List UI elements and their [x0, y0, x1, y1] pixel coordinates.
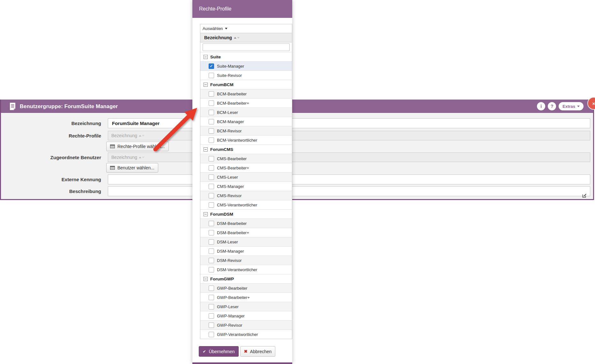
profile-label: GWP-Leser — [217, 304, 239, 309]
profile-checkbox[interactable] — [209, 137, 214, 143]
profile-row[interactable]: GWP-Verantwortlicher — [200, 330, 292, 339]
zugeordnete-benutzer-label: Zugeordnete Benutzer — [1, 152, 101, 162]
benutzer-waehlen-button[interactable]: Benutzer wählen... — [106, 163, 158, 173]
profile-group-row[interactable]: ForumCMS — [200, 145, 292, 154]
group-label: ForumCMS — [210, 147, 233, 152]
profile-checkbox[interactable] — [209, 175, 214, 180]
profile-label: CMS-Revisor — [217, 193, 242, 198]
help-button[interactable]: ? — [548, 102, 556, 110]
collapse-minus-icon[interactable] — [204, 55, 208, 59]
profile-label: BCM-Bearbeiter+ — [217, 101, 249, 106]
profile-row[interactable]: CMS-Leser — [200, 172, 292, 182]
profile-row[interactable]: GWP-Bearbeiter+ — [200, 293, 292, 302]
dialog-bottom-border — [192, 362, 292, 364]
profile-row[interactable]: Suite-Revisor — [200, 71, 292, 80]
profile-checkbox[interactable] — [209, 193, 214, 198]
beschreibung-input[interactable] — [108, 186, 590, 196]
profile-checkbox[interactable] — [209, 258, 214, 263]
profile-row[interactable]: BCM-Verantwortlicher — [200, 135, 292, 145]
profile-checkbox[interactable] — [209, 165, 214, 171]
profile-row[interactable]: CMS-Verantwortlicher — [200, 200, 292, 209]
profile-checkbox[interactable] — [209, 156, 214, 161]
profile-row[interactable]: DSM-Leser — [200, 237, 292, 246]
profile-row[interactable]: DSM-Bearbeiter+ — [200, 228, 292, 237]
rechte-profile-waehlen-button[interactable]: Rechte-Profile wählen... — [106, 142, 169, 151]
profile-checkbox[interactable] — [209, 221, 214, 226]
profile-checkbox[interactable] — [209, 91, 214, 97]
profile-checkbox[interactable] — [209, 295, 214, 300]
profile-label: DSM-Leser — [217, 240, 238, 244]
profile-group-row[interactable]: ForumGWP — [200, 274, 292, 283]
profile-group-row[interactable]: ForumDSM — [200, 209, 292, 219]
profile-row[interactable]: GWP-Revisor — [200, 320, 292, 330]
filter-input[interactable] — [203, 43, 290, 51]
usergroup-document-icon — [10, 102, 16, 110]
collapse-minus-icon[interactable] — [204, 147, 208, 152]
profile-row[interactable]: BCM-Bearbeiter — [200, 89, 292, 98]
profile-label: CMS-Leser — [217, 175, 238, 180]
profile-label: Suite-Manager — [217, 64, 244, 69]
profile-checkbox[interactable] — [209, 249, 214, 254]
profile-checkbox[interactable] — [209, 128, 214, 134]
profile-row[interactable]: BCM-Revisor — [200, 126, 292, 135]
info-button[interactable]: i — [537, 102, 545, 110]
profile-checkbox[interactable] — [209, 73, 214, 78]
auswaehlen-dropdown[interactable]: Auswählen — [200, 24, 292, 33]
column-header-bezeichnung[interactable]: Bezeichnung — [200, 33, 292, 42]
close-button[interactable]: × — [587, 97, 595, 110]
bezeichnung-label: Bezeichnung — [1, 118, 101, 128]
externe-kennung-input[interactable] — [108, 175, 590, 184]
profile-row[interactable]: CMS-Revisor — [200, 191, 292, 200]
profile-checkbox[interactable] — [209, 323, 214, 328]
sort-asc-icon — [234, 37, 236, 39]
uebernehmen-button[interactable]: ✔ Übernehmen — [199, 346, 239, 357]
extras-button[interactable]: Extras — [559, 102, 584, 110]
profile-row[interactable]: GWP-Leser — [200, 302, 292, 311]
profile-checkbox[interactable] — [209, 100, 214, 106]
profile-checkbox[interactable] — [209, 119, 214, 124]
profile-row[interactable]: GWP-Manager — [200, 311, 292, 320]
profile-label: GWP-Manager — [217, 314, 245, 318]
profile-checkbox[interactable] — [209, 313, 214, 319]
edit-icon[interactable] — [582, 193, 589, 200]
page-title: Benutzergruppe: ForumSuite Manager — [20, 103, 118, 109]
profile-row[interactable]: Suite-Manager — [200, 61, 292, 71]
profile-checkbox[interactable] — [209, 230, 214, 235]
profile-checkbox[interactable] — [209, 239, 214, 245]
profile-row[interactable]: DSM-Bearbeiter — [200, 219, 292, 228]
profile-row[interactable]: DSM-Manager — [200, 246, 292, 256]
bezeichnung-input[interactable] — [108, 118, 590, 128]
benutzergruppe-dialog-header: Benutzergruppe: ForumSuite Manager i ? E… — [1, 100, 593, 114]
profile-row[interactable]: CMS-Bearbeiter — [200, 154, 292, 163]
collapse-minus-icon[interactable] — [204, 83, 208, 87]
profile-checkbox[interactable] — [209, 304, 214, 309]
profile-row[interactable]: DSM-Revisor — [200, 256, 292, 265]
profile-label: GWP-Bearbeiter — [217, 286, 247, 291]
profile-checkbox[interactable] — [209, 202, 214, 208]
abbrechen-button[interactable]: ✖ Abbrechen — [240, 346, 275, 357]
profile-checkbox[interactable] — [209, 267, 214, 272]
profile-row[interactable]: BCM-Bearbeiter+ — [200, 98, 292, 108]
profile-checkbox[interactable] — [209, 63, 214, 69]
collapse-minus-icon[interactable] — [204, 277, 208, 281]
profile-row[interactable]: BCM-Leser — [200, 108, 292, 117]
collapse-minus-icon[interactable] — [204, 212, 208, 216]
profile-group-row[interactable]: Suite — [200, 52, 292, 61]
profile-row[interactable]: DSM-Verantwortlicher — [200, 265, 292, 274]
sort-desc-icon — [142, 157, 145, 158]
profile-checkbox[interactable] — [209, 286, 214, 291]
profile-label: CMS-Bearbeiter+ — [217, 166, 249, 170]
filter-row — [200, 42, 292, 52]
profile-label: BCM-Verantwortlicher — [217, 138, 257, 143]
profile-row[interactable]: CMS-Bearbeiter+ — [200, 163, 292, 172]
profile-row[interactable]: BCM-Manager — [200, 117, 292, 126]
screen: Benutzergruppe: ForumSuite Manager i ? E… — [0, 0, 595, 364]
profile-label: DSM-Bearbeiter — [217, 221, 247, 226]
profile-checkbox[interactable] — [209, 332, 214, 337]
beschreibung-label: Beschreibung — [1, 186, 101, 196]
profile-checkbox[interactable] — [209, 110, 214, 115]
profile-row[interactable]: GWP-Bearbeiter — [200, 283, 292, 293]
profile-group-row[interactable]: ForumBCM — [200, 80, 292, 89]
profile-row[interactable]: CMS-Manager — [200, 182, 292, 191]
profile-checkbox[interactable] — [209, 184, 214, 189]
